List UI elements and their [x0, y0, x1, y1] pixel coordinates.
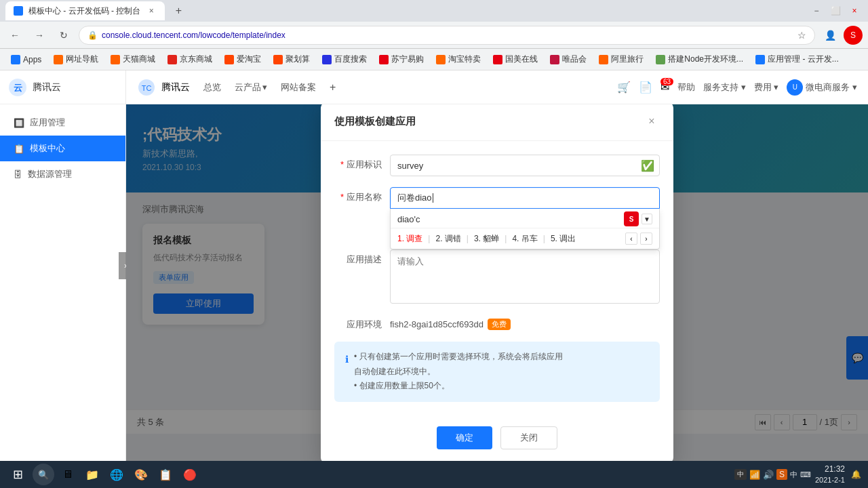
- taskbar-app-icon-4[interactable]: 🎨: [130, 464, 152, 485]
- identifier-check-icon: ✅: [641, 159, 654, 172]
- modal-close-button[interactable]: ×: [644, 113, 660, 129]
- taskbar-volume-icon[interactable]: 🔊: [763, 470, 774, 480]
- service-link[interactable]: 服务支持 ▾: [703, 81, 746, 94]
- name-input-display[interactable]: 问卷diao: [390, 187, 660, 209]
- doc-icon-btn[interactable]: 📄: [639, 81, 652, 94]
- identifier-input[interactable]: [390, 155, 660, 176]
- guomei-bm-icon: [493, 55, 502, 64]
- maximize-button[interactable]: ⬜: [827, 3, 844, 19]
- taskbar-app-icon-5[interactable]: 📋: [155, 464, 176, 485]
- user-avatar: U: [787, 79, 803, 96]
- name-row: 应用名称 问卷diao diao'c: [334, 187, 660, 209]
- taskbar-app-icon-2[interactable]: 📁: [81, 464, 103, 485]
- tab-close-btn[interactable]: ×: [146, 5, 157, 16]
- overview-link[interactable]: 总览: [203, 81, 221, 94]
- brand-logo-area: TC 腾讯云: [137, 78, 190, 97]
- main-content-area: TC 腾讯云 总览 云产品 ▾ 网站备案 + 🛒 📄 ✉ 63 帮助 服务支持 …: [126, 70, 868, 461]
- taskbar-notification-btn[interactable]: 🔔: [849, 468, 863, 481]
- taskbar-ime2-icon[interactable]: ⌨: [800, 470, 811, 479]
- autocomplete-tag-3[interactable]: 3. 貂蝉: [474, 233, 499, 245]
- confirm-button[interactable]: 确定: [437, 426, 492, 449]
- refresh-button[interactable]: ↻: [54, 26, 73, 45]
- bookmark-alitravel[interactable]: 阿里旅行: [593, 52, 649, 66]
- node-bm-icon: [656, 55, 665, 64]
- help-link[interactable]: 帮助: [677, 81, 695, 94]
- taskbar-app-icon-3[interactable]: 🌐: [106, 464, 127, 485]
- name-input-value: 问卷diao: [397, 192, 432, 204]
- info-list: • 只有创建第一个应用时需要选择环境，系统会将后续应用 自动创建在此环境中。 •…: [354, 350, 563, 394]
- bookmark-apps[interactable]: Apps: [5, 54, 47, 66]
- desc-textarea[interactable]: [390, 249, 660, 304]
- account-icon-btn[interactable]: 👤: [821, 26, 840, 45]
- bookmark-tianmao[interactable]: 天猫商城: [105, 52, 161, 66]
- autocomplete-tag-2[interactable]: 2. 调错: [435, 233, 460, 245]
- minimize-button[interactable]: −: [808, 3, 825, 19]
- autocomplete-expand-btn[interactable]: ▼: [642, 214, 652, 224]
- bookmark-weimall[interactable]: 唯品会: [545, 52, 592, 66]
- bookmark-node-label: 搭建Node开发环境...: [668, 54, 743, 65]
- autocomplete-tag-4[interactable]: 4. 吊车: [512, 233, 537, 245]
- bookmark-guomei-label: 国美在线: [505, 54, 538, 65]
- nav-bm-icon: [54, 55, 63, 64]
- bookmark-suning[interactable]: 苏宁易购: [374, 52, 429, 66]
- bookmark-taobao2[interactable]: 淘宝特卖: [431, 52, 486, 66]
- sidebar-item-app-management[interactable]: 🔲 应用管理: [0, 110, 125, 136]
- taskbar: ⊞ 🔍 🖥 📁 🌐 🎨 📋 🔴 中 📶 🔊 S 中 ⌨ 21:32 2021-2…: [0, 461, 868, 488]
- autocomplete-tag-1[interactable]: 1. 调查: [397, 233, 422, 245]
- page-content: ;代码技术分 新技术新思路, 2021.10.30 10:3 深圳市腾讯滨海 报…: [126, 104, 868, 461]
- sidebar-item-template-center[interactable]: 📋 模板中心: [0, 136, 125, 161]
- modal-footer: 确定 关闭: [321, 415, 673, 461]
- message-icon-btn[interactable]: ✉ 63: [660, 81, 669, 94]
- website-filing-link[interactable]: 网站备案: [281, 81, 316, 94]
- bookmark-jd[interactable]: 京东商城: [162, 52, 218, 66]
- info-box-content: ℹ • 只有创建第一个应用时需要选择环境，系统会将后续应用 自动创建在此环境中。…: [345, 350, 649, 394]
- taskbar-app-icon-1[interactable]: 🖥: [57, 464, 79, 485]
- autocomplete-next-btn[interactable]: ›: [640, 232, 652, 245]
- taskbar-lang-icon[interactable]: 中: [790, 470, 797, 480]
- url-bar[interactable]: 🔒 console.cloud.tencent.com/lowcode/temp…: [79, 26, 815, 45]
- add-link[interactable]: +: [330, 81, 336, 94]
- new-tab-button[interactable]: +: [170, 3, 186, 19]
- bookmark-juhuasuan[interactable]: 聚划算: [268, 52, 315, 66]
- taskbar-time: 21:32: [815, 464, 845, 475]
- bookmark-aitaobao[interactable]: 爱淘宝: [219, 52, 267, 66]
- bookmark-taobao2-label: 淘宝特卖: [448, 54, 481, 65]
- tag-sep-4: |: [543, 234, 545, 243]
- bookmark-appmgr[interactable]: 应用管理 - 云开发...: [750, 52, 844, 66]
- products-link[interactable]: 云产品 ▾: [235, 81, 267, 94]
- bookmark-weimall-label: 唯品会: [562, 54, 587, 65]
- sidebar: 云 腾讯云 🔲 应用管理 📋 模板中心 🗄 数据源管理 ›: [0, 70, 126, 461]
- user-menu[interactable]: U 微电商服务 ▾: [787, 79, 857, 96]
- back-button[interactable]: ←: [5, 26, 24, 45]
- cancel-button[interactable]: 关闭: [500, 426, 557, 449]
- taskbar-input-icon[interactable]: S: [776, 469, 787, 480]
- taskbar-ime-icon[interactable]: 中: [734, 469, 747, 480]
- identifier-label: 应用标识: [334, 155, 382, 171]
- bookmark-nav[interactable]: 网址导航: [48, 52, 104, 66]
- cart-icon-btn[interactable]: 🛒: [617, 81, 631, 94]
- autocomplete-suggestion-row: diao'c S ▼: [391, 209, 659, 228]
- appmgr-bm-icon: [755, 55, 765, 64]
- taskbar-network-icon[interactable]: 📶: [749, 470, 760, 480]
- bookmark-star-icon[interactable]: ☆: [797, 30, 806, 41]
- sidebar-item-datasource-management-label: 数据源管理: [28, 168, 72, 180]
- close-button[interactable]: ×: [846, 3, 863, 19]
- autocomplete-tag-5[interactable]: 5. 调出: [551, 233, 576, 245]
- sidebar-item-datasource-management[interactable]: 🗄 数据源管理: [0, 161, 125, 187]
- info-line3: • 创建应用数量上限50个。: [354, 379, 563, 394]
- autocomplete-prev-btn[interactable]: ‹: [625, 232, 637, 245]
- forward-button[interactable]: →: [30, 26, 49, 45]
- fee-link[interactable]: 费用 ▾: [754, 81, 779, 94]
- svg-text:TC: TC: [142, 84, 152, 92]
- taskbar-app-icon-6[interactable]: 🔴: [179, 464, 201, 485]
- taskbar-search-button[interactable]: 🔍: [33, 464, 54, 485]
- bookmark-guomei[interactable]: 国美在线: [488, 52, 543, 66]
- extension-icon-btn[interactable]: S: [844, 26, 863, 45]
- bookmark-node[interactable]: 搭建Node开发环境...: [650, 52, 749, 66]
- browser-tab[interactable]: 模板中心 - 云开发低码 - 控制台 ×: [5, 1, 165, 20]
- env-row: 应用环境 fish2-8gai1d85ccf693dd 免费: [334, 314, 660, 331]
- taskbar-right: 中 📶 🔊 S 中 ⌨ 21:32 2021-2-1 🔔: [734, 464, 863, 485]
- bookmark-baidu[interactable]: 百度搜索: [317, 52, 372, 66]
- taskbar-clock[interactable]: 21:32 2021-2-1: [815, 464, 845, 485]
- start-button[interactable]: ⊞: [5, 462, 30, 487]
